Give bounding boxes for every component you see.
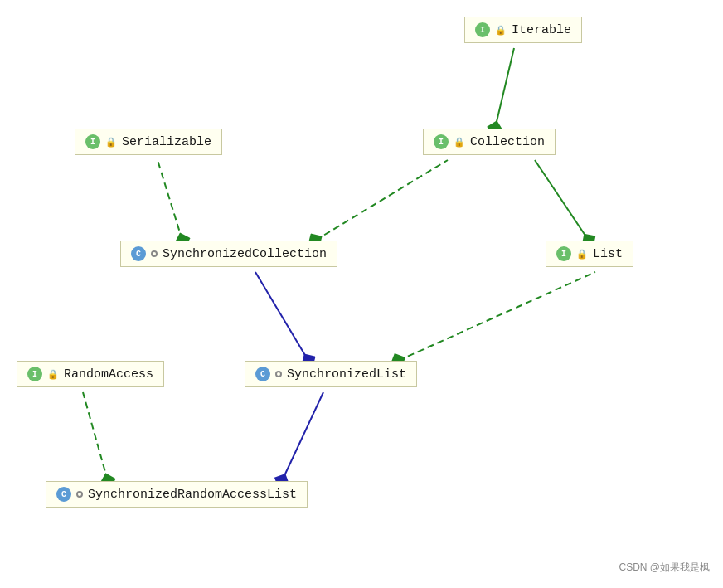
sync-list-icon: C <box>255 367 270 381</box>
svg-line-3 <box>495 48 514 129</box>
serializable-label: Serializable <box>122 135 211 149</box>
node-serializable: I 🔒 Serializable <box>75 129 222 155</box>
node-iterable: I 🔒 Iterable <box>464 17 582 43</box>
serializable-icon: I <box>85 134 100 149</box>
node-synchronized-list: C SynchronizedList <box>245 361 417 387</box>
serializable-lock: 🔒 <box>105 137 117 148</box>
node-synchronized-random-access-list: C SynchronizedRandomAccessList <box>46 481 308 508</box>
collection-label: Collection <box>470 135 545 149</box>
sync-ral-dot <box>76 491 83 498</box>
collection-lock: 🔒 <box>454 137 465 148</box>
list-icon: I <box>556 246 571 261</box>
svg-line-5 <box>315 160 448 241</box>
node-collection: I 🔒 Collection <box>423 129 556 155</box>
random-access-label: RandomAccess <box>64 367 153 381</box>
svg-line-9 <box>83 392 108 481</box>
svg-line-10 <box>282 392 323 481</box>
iterable-lock: 🔒 <box>495 25 507 36</box>
svg-line-7 <box>255 272 308 361</box>
sync-collection-icon: C <box>131 246 146 261</box>
random-access-icon: I <box>27 367 42 381</box>
node-list: I 🔒 List <box>546 241 633 267</box>
svg-line-6 <box>535 160 589 241</box>
sync-ral-icon: C <box>56 487 71 502</box>
collection-icon: I <box>434 134 449 149</box>
svg-line-4 <box>158 160 182 241</box>
random-access-lock: 🔒 <box>47 369 59 380</box>
sync-list-dot <box>275 371 282 377</box>
list-label: List <box>593 247 623 261</box>
diagram-container: I 🔒 Iterable I 🔒 Collection I 🔒 Serializ… <box>0 0 723 588</box>
sync-collection-dot <box>151 250 158 257</box>
node-random-access: I 🔒 RandomAccess <box>17 361 164 387</box>
node-synchronized-collection: C SynchronizedCollection <box>120 241 337 267</box>
sync-list-label: SynchronizedList <box>287 367 406 381</box>
sync-collection-label: SynchronizedCollection <box>163 247 327 261</box>
iterable-label: Iterable <box>512 23 571 37</box>
watermark: CSDN @如果我是枫 <box>619 561 710 575</box>
svg-line-8 <box>398 272 595 361</box>
sync-ral-label: SynchronizedRandomAccessList <box>88 488 297 502</box>
list-lock: 🔒 <box>576 249 588 260</box>
iterable-icon: I <box>475 22 490 37</box>
